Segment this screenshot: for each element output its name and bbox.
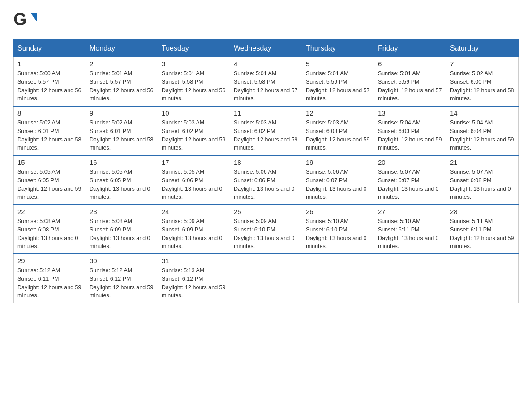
sunset-label: Sunset: 6:00 PM <box>450 79 491 85</box>
day-info: Sunrise: 5:00 AM Sunset: 5:57 PM Dayligh… <box>17 69 82 103</box>
daylight-label: Daylight: 12 hours and 59 minutes. <box>306 137 369 151</box>
daylight-label: Daylight: 12 hours and 59 minutes. <box>450 235 514 250</box>
day-header-friday: Friday <box>374 40 446 57</box>
sunrise-label: Sunrise: 5:03 AM <box>306 120 348 126</box>
daylight-label: Daylight: 13 hours and 0 minutes. <box>162 186 223 201</box>
sunset-label: Sunset: 6:05 PM <box>17 177 59 184</box>
sunrise-label: Sunrise: 5:09 AM <box>234 218 276 224</box>
sunset-label: Sunset: 5:57 PM <box>90 79 131 85</box>
sunset-label: Sunset: 6:10 PM <box>234 227 275 233</box>
day-info: Sunrise: 5:03 AM Sunset: 6:02 PM Dayligh… <box>234 119 298 152</box>
sunset-label: Sunset: 6:08 PM <box>17 227 59 233</box>
calendar-cell: 20 Sunrise: 5:07 AM Sunset: 6:07 PM Dayl… <box>374 155 446 205</box>
sunrise-label: Sunrise: 5:10 AM <box>378 218 420 224</box>
sunrise-label: Sunrise: 5:13 AM <box>162 267 204 274</box>
calendar-cell: 21 Sunrise: 5:07 AM Sunset: 6:08 PM Dayl… <box>446 155 519 205</box>
day-info: Sunrise: 5:01 AM Sunset: 5:57 PM Dayligh… <box>90 69 154 103</box>
day-info: Sunrise: 5:03 AM Sunset: 6:03 PM Dayligh… <box>306 119 370 152</box>
daylight-label: Daylight: 12 hours and 59 minutes. <box>234 137 297 151</box>
calendar-cell: 22 Sunrise: 5:08 AM Sunset: 6:08 PM Dayl… <box>14 205 86 254</box>
sunset-label: Sunset: 6:12 PM <box>90 276 131 282</box>
calendar-week-row: 29 Sunrise: 5:12 AM Sunset: 6:11 PM Dayl… <box>14 254 519 303</box>
day-number: 15 <box>17 158 82 166</box>
sunset-label: Sunset: 6:01 PM <box>90 128 131 134</box>
day-header-tuesday: Tuesday <box>158 40 230 57</box>
calendar-header-row: SundayMondayTuesdayWednesdayThursdayFrid… <box>14 40 519 57</box>
calendar-cell: 24 Sunrise: 5:09 AM Sunset: 6:09 PM Dayl… <box>158 205 230 254</box>
sunset-label: Sunset: 5:57 PM <box>17 79 59 85</box>
sunrise-label: Sunrise: 5:05 AM <box>162 169 204 175</box>
day-number: 3 <box>162 60 226 68</box>
day-number: 21 <box>450 158 515 166</box>
sunrise-label: Sunrise: 5:01 AM <box>306 70 348 77</box>
sunset-label: Sunset: 5:59 PM <box>306 79 347 85</box>
day-number: 19 <box>306 158 370 166</box>
day-number: 8 <box>17 109 82 117</box>
sunset-label: Sunset: 6:02 PM <box>162 128 203 134</box>
day-info: Sunrise: 5:12 AM Sunset: 6:11 PM Dayligh… <box>17 266 82 300</box>
day-number: 26 <box>306 208 370 215</box>
day-info: Sunrise: 5:02 AM Sunset: 6:00 PM Dayligh… <box>450 69 515 103</box>
calendar-cell: 7 Sunrise: 5:02 AM Sunset: 6:00 PM Dayli… <box>446 57 519 107</box>
calendar-cell: 23 Sunrise: 5:08 AM Sunset: 6:09 PM Dayl… <box>86 205 158 254</box>
daylight-label: Daylight: 12 hours and 57 minutes. <box>306 87 369 102</box>
day-header-monday: Monday <box>86 40 158 57</box>
calendar-week-row: 15 Sunrise: 5:05 AM Sunset: 6:05 PM Dayl… <box>14 155 519 205</box>
sunrise-label: Sunrise: 5:09 AM <box>162 218 204 224</box>
daylight-label: Daylight: 12 hours and 59 minutes. <box>450 137 514 151</box>
calendar-cell: 27 Sunrise: 5:10 AM Sunset: 6:11 PM Dayl… <box>374 205 446 254</box>
day-info: Sunrise: 5:12 AM Sunset: 6:12 PM Dayligh… <box>90 266 154 300</box>
calendar-cell: 14 Sunrise: 5:04 AM Sunset: 6:04 PM Dayl… <box>446 106 519 155</box>
logo-icon: G <box>13 9 37 30</box>
day-number: 1 <box>17 60 82 68</box>
day-number: 28 <box>450 208 515 215</box>
day-info: Sunrise: 5:05 AM Sunset: 6:05 PM Dayligh… <box>17 168 82 201</box>
daylight-label: Daylight: 13 hours and 0 minutes. <box>234 235 295 250</box>
sunrise-label: Sunrise: 5:08 AM <box>17 218 60 224</box>
sunrise-label: Sunrise: 5:02 AM <box>450 70 493 77</box>
daylight-label: Daylight: 12 hours and 58 minutes. <box>17 137 81 151</box>
daylight-label: Daylight: 12 hours and 57 minutes. <box>378 87 442 102</box>
day-info: Sunrise: 5:09 AM Sunset: 6:09 PM Dayligh… <box>162 217 226 251</box>
day-number: 24 <box>162 208 226 215</box>
day-number: 29 <box>17 257 82 265</box>
day-number: 31 <box>162 257 226 265</box>
sunset-label: Sunset: 6:04 PM <box>450 128 491 134</box>
calendar-cell: 8 Sunrise: 5:02 AM Sunset: 6:01 PM Dayli… <box>14 106 86 155</box>
day-number: 13 <box>378 109 442 117</box>
day-info: Sunrise: 5:08 AM Sunset: 6:08 PM Dayligh… <box>17 217 82 251</box>
sunrise-label: Sunrise: 5:01 AM <box>90 70 132 77</box>
day-number: 11 <box>234 109 298 117</box>
day-info: Sunrise: 5:07 AM Sunset: 6:07 PM Dayligh… <box>378 168 442 201</box>
calendar-week-row: 1 Sunrise: 5:00 AM Sunset: 5:57 PM Dayli… <box>14 57 519 107</box>
daylight-label: Daylight: 12 hours and 57 minutes. <box>234 87 297 102</box>
day-info: Sunrise: 5:13 AM Sunset: 6:12 PM Dayligh… <box>162 266 226 300</box>
day-number: 14 <box>450 109 515 117</box>
day-header-sunday: Sunday <box>14 40 86 57</box>
day-number: 16 <box>90 158 154 166</box>
sunrise-label: Sunrise: 5:08 AM <box>90 218 132 224</box>
calendar-cell: 31 Sunrise: 5:13 AM Sunset: 6:12 PM Dayl… <box>158 254 230 303</box>
sunrise-label: Sunrise: 5:04 AM <box>450 120 493 126</box>
day-header-wednesday: Wednesday <box>230 40 302 57</box>
daylight-label: Daylight: 12 hours and 56 minutes. <box>90 87 153 102</box>
day-number: 20 <box>378 158 442 166</box>
day-info: Sunrise: 5:01 AM Sunset: 5:59 PM Dayligh… <box>306 69 370 103</box>
svg-marker-1 <box>30 13 37 21</box>
day-info: Sunrise: 5:01 AM Sunset: 5:58 PM Dayligh… <box>234 69 298 103</box>
daylight-label: Daylight: 13 hours and 0 minutes. <box>378 235 439 250</box>
day-info: Sunrise: 5:08 AM Sunset: 6:09 PM Dayligh… <box>90 217 154 251</box>
calendar-cell: 4 Sunrise: 5:01 AM Sunset: 5:58 PM Dayli… <box>230 57 302 107</box>
sunset-label: Sunset: 6:11 PM <box>378 227 419 233</box>
calendar-cell <box>374 254 446 303</box>
sunrise-label: Sunrise: 5:00 AM <box>17 70 60 77</box>
day-info: Sunrise: 5:04 AM Sunset: 6:03 PM Dayligh… <box>378 119 442 152</box>
calendar-cell: 25 Sunrise: 5:09 AM Sunset: 6:10 PM Dayl… <box>230 205 302 254</box>
calendar-cell: 26 Sunrise: 5:10 AM Sunset: 6:10 PM Dayl… <box>302 205 374 254</box>
daylight-label: Daylight: 13 hours and 0 minutes. <box>450 186 511 201</box>
sunset-label: Sunset: 6:06 PM <box>234 177 275 184</box>
calendar-cell: 5 Sunrise: 5:01 AM Sunset: 5:59 PM Dayli… <box>302 57 374 107</box>
sunrise-label: Sunrise: 5:02 AM <box>90 120 132 126</box>
day-number: 10 <box>162 109 226 117</box>
daylight-label: Daylight: 12 hours and 59 minutes. <box>17 186 81 201</box>
